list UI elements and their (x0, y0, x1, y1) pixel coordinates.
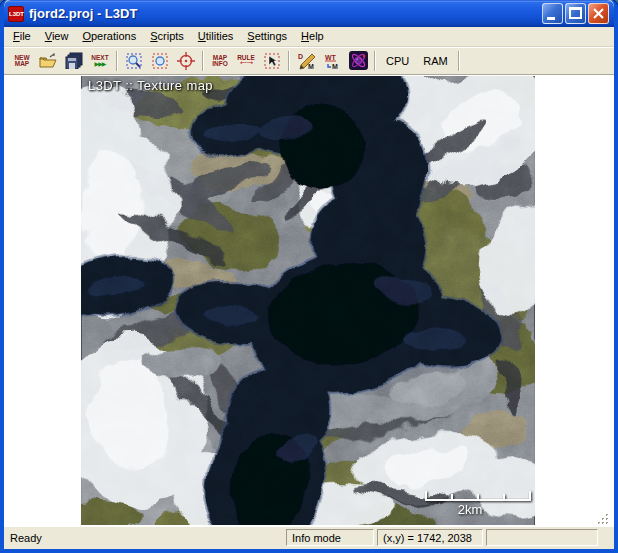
close-button[interactable] (588, 3, 609, 24)
next-step-button[interactable]: NEXT ▶▶▶ (87, 49, 113, 73)
map-info-button[interactable]: MAPINFO (207, 49, 233, 73)
minimize-icon (543, 4, 562, 23)
center-view-icon (177, 52, 195, 70)
map-viewport[interactable]: L3DT :: Texture map 2km (81, 76, 535, 525)
minimize-button[interactable] (542, 3, 563, 24)
sketch-map-button[interactable]: D M (293, 49, 319, 73)
map-info-icon: MAPINFO (212, 55, 228, 67)
open-project-button[interactable] (35, 49, 61, 73)
app-icon-label: L3DT (9, 11, 24, 17)
toolbar-separator (288, 51, 290, 71)
new-map-button[interactable]: NEWMAP (9, 49, 35, 73)
close-icon (589, 4, 608, 23)
open-folder-icon (38, 53, 58, 69)
svg-text:D: D (298, 53, 303, 60)
resize-grip[interactable] (597, 513, 609, 525)
status-empty-panel (486, 529, 598, 546)
cpu-button[interactable]: CPU (379, 50, 416, 72)
app-window: L3DT fjord2.proj - L3DT File View Operat… (0, 0, 618, 553)
maximize-button[interactable] (565, 3, 586, 24)
wt-to-map-icon: WT M (322, 52, 342, 70)
menu-scripts[interactable]: Scripts (143, 28, 191, 45)
toolbar-separator (116, 51, 118, 71)
texture-map-image (81, 76, 535, 525)
toolbar-separator (458, 51, 460, 71)
sapphire-3d-icon (349, 51, 368, 70)
wt-to-map-button[interactable]: WT M (319, 49, 345, 73)
status-ready: Ready (6, 530, 283, 546)
select-area-button[interactable] (259, 49, 285, 73)
menu-file[interactable]: File (6, 28, 38, 45)
select-area-icon (263, 52, 281, 70)
menu-bar: File View Operations Scripts Utilities S… (4, 27, 614, 47)
maximize-icon (566, 4, 585, 23)
ruler-button[interactable]: RULE ←··→ (233, 49, 259, 73)
svg-text:M: M (332, 63, 338, 70)
menu-help[interactable]: Help (294, 28, 331, 45)
app-icon: L3DT (8, 6, 24, 22)
menu-view[interactable]: View (38, 28, 76, 45)
map-scalebar: 2km (425, 487, 531, 519)
pencil-icon: D M (296, 52, 316, 70)
window-title: fjord2.proj - L3DT (29, 6, 542, 21)
toolbar: NEWMAP NEXT ▶▶▶ (4, 47, 614, 75)
center-view-button[interactable] (173, 49, 199, 73)
map-overlay-title: L3DT :: Texture map (88, 78, 213, 93)
menu-operations[interactable]: Operations (75, 28, 143, 45)
svg-text:WT: WT (325, 54, 337, 61)
menu-settings[interactable]: Settings (240, 28, 294, 45)
scalebar-label: 2km (425, 502, 515, 517)
zoom-region-icon (125, 52, 143, 70)
zoom-region-button[interactable] (121, 49, 147, 73)
toolbar-separator (202, 51, 204, 71)
window-controls (542, 3, 609, 24)
title-bar[interactable]: L3DT fjord2.proj - L3DT (4, 0, 614, 27)
client-area: L3DT :: Texture map 2km (4, 75, 614, 526)
svg-text:M: M (308, 63, 314, 70)
zoom-extents-button[interactable] (147, 49, 173, 73)
status-mode: Info mode (286, 529, 374, 546)
status-coordinates: (x,y) = 1742, 2038 (377, 529, 483, 546)
ram-button[interactable]: RAM (416, 50, 454, 72)
menu-utilities[interactable]: Utilities (191, 28, 240, 45)
save-all-icon (64, 52, 84, 69)
new-map-icon: NEWMAP (14, 55, 29, 67)
zoom-extents-icon (151, 52, 169, 70)
toolbar-separator (374, 51, 376, 71)
save-all-button[interactable] (61, 49, 87, 73)
status-bar: Ready Info mode (x,y) = 1742, 2038 (4, 526, 614, 548)
sapphire-3d-button[interactable] (345, 49, 371, 73)
